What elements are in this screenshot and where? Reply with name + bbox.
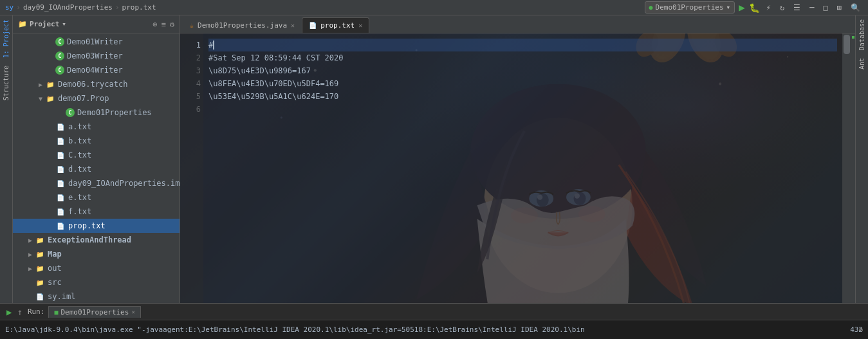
- title-bar-right: ● Demo01Properties ▾ ▶ 🐛 ⚡ ↻ ☰ ─ □ ⊞ 🔍: [645, 1, 863, 14]
- tree-item-c-txt[interactable]: 📄 C.txt: [13, 148, 180, 162]
- run-tab-close[interactable]: ✕: [131, 309, 134, 315]
- class-icon-demo01props: C: [66, 108, 75, 117]
- tree-item-prop-txt[interactable]: 📄 prop.txt: [13, 219, 180, 233]
- sidebar-item-database[interactable]: Database: [857, 15, 867, 54]
- tree-item-b-txt[interactable]: 📄 b.txt: [13, 134, 180, 148]
- folder-icon-demo06: 📁: [45, 79, 55, 89]
- window-minimize[interactable]: ─: [807, 2, 817, 14]
- file-icon-b-txt: 📄: [55, 136, 66, 146]
- tab-label-demo01props: Demo01Properties.java: [198, 21, 287, 30]
- left-vertical-tabs: 1: Project Structure: [0, 15, 13, 303]
- cursor: [213, 41, 214, 50]
- window-layout[interactable]: ⊞: [835, 2, 844, 14]
- tab-prop-txt[interactable]: 📄 prop.txt ✕: [302, 17, 369, 33]
- tree-item-demo03writer[interactable]: C Demo03Writer: [13, 49, 180, 63]
- sidebar-item-ant[interactable]: Ant: [857, 54, 867, 73]
- file-icon-sy-iml: 📄: [35, 291, 45, 302]
- console-output: E:\Java\jdk-9.0.4\bin\java.exe "-javaage…: [5, 325, 846, 334]
- tree-arrow-map: ▶: [26, 251, 35, 258]
- tree-item-sy-iml[interactable]: 📄 sy.iml: [13, 289, 180, 303]
- tab-close-demo01props[interactable]: ✕: [291, 22, 295, 29]
- code-text-3: \u8D75\u4E3D\u9896=167: [208, 64, 311, 77]
- class-icon-demo01writer: C: [55, 37, 64, 46]
- tree-item-day09iml[interactable]: 📄 day09_IOAndProperties.iml: [13, 176, 180, 190]
- folder-icon-src: 📁: [35, 277, 45, 288]
- tree-item-exception[interactable]: ▶ 📁 ExceptionAndThread: [13, 233, 180, 247]
- run-config-selector[interactable]: ● Demo01Properties ▾: [645, 1, 735, 14]
- tab-close-prop-txt[interactable]: ✕: [358, 22, 362, 29]
- breadcrumb-sy[interactable]: sy: [5, 3, 14, 12]
- more-actions-button[interactable]: ☰: [791, 2, 803, 14]
- gutter-checkmark: [852, 36, 854, 39]
- tree-item-d-txt[interactable]: 📄 d.txt: [13, 162, 180, 176]
- run-play-button[interactable]: ▶: [5, 307, 13, 317]
- tree-item-out[interactable]: ▶ 📁 out: [13, 261, 180, 275]
- sidebar-item-structure[interactable]: Structure: [1, 62, 11, 104]
- console-bar: E:\Java\jdk-9.0.4\bin\java.exe "-javaage…: [0, 320, 868, 339]
- breadcrumb-file[interactable]: prop.txt: [122, 3, 156, 12]
- project-icon: 📁: [18, 20, 27, 28]
- run-controls: ▶ ↑: [5, 307, 24, 317]
- sidebar-item-project[interactable]: 1: Project: [1, 15, 11, 62]
- tree-item-e-txt[interactable]: 📄 e.txt: [13, 190, 180, 205]
- tree-item-map[interactable]: ▶ 📁 Map: [13, 247, 180, 261]
- tree-item-src[interactable]: 📁 src: [13, 275, 180, 289]
- tab-icon-java: ☕: [190, 22, 194, 29]
- code-text-5: \u53E4\u529B\u5A1C\u624E=170: [208, 90, 338, 103]
- run-config-arrow: ▾: [726, 3, 731, 12]
- debug-button[interactable]: 🐛: [749, 3, 760, 13]
- file-icon-a-txt: 📄: [55, 122, 66, 132]
- sidebar-actions: ⊕ ≡ ⚙: [152, 20, 174, 29]
- console-settings-button[interactable]: ⚙: [858, 325, 863, 334]
- run-tab-demo01props[interactable]: ■ Demo01Properties ✕: [48, 306, 140, 318]
- tree-arrow-demo06: ▶: [36, 81, 45, 88]
- tree-item-f-txt[interactable]: 📄 f.txt: [13, 205, 180, 219]
- breadcrumb-day09[interactable]: day09_IOAndProperties: [23, 3, 113, 12]
- right-vertical-tabs: Database Ant: [855, 15, 868, 303]
- profiler-button[interactable]: ↻: [777, 2, 787, 14]
- code-editor[interactable]: # #Sat Sep 12 08:59:44 CST 2020 \u8D75\u…: [203, 33, 842, 303]
- folder-icon-out: 📁: [35, 263, 45, 273]
- line-numbers: 1 2 3 4 5 6: [180, 33, 203, 303]
- code-line-5: \u53E4\u529B\u5A1C\u624E=170: [208, 90, 837, 103]
- scrollbar-thumb[interactable]: [844, 35, 850, 54]
- window-restore[interactable]: □: [821, 2, 831, 14]
- run-up-button[interactable]: ↑: [15, 307, 23, 317]
- tree-item-demo04writer[interactable]: C Demo04Writer: [13, 63, 180, 77]
- file-icon-day09iml: 📄: [55, 178, 66, 188]
- chevron-down-icon: ▾: [62, 20, 66, 28]
- line-num-4: 4: [183, 77, 201, 90]
- sidebar-action-settings[interactable]: ⚙: [170, 20, 174, 29]
- right-gutter: [851, 33, 855, 303]
- line-num-5: 5: [183, 90, 201, 103]
- tree-item-a-txt[interactable]: 📄 a.txt: [13, 120, 180, 134]
- tree-arrow-demo07: ▼: [36, 95, 45, 102]
- coverage-button[interactable]: ⚡: [764, 2, 773, 14]
- tree-item-demo06[interactable]: ▶ 📁 Demo06.trycatch: [13, 77, 180, 91]
- file-icon-prop-txt: 📄: [55, 221, 66, 231]
- scrollbar-track[interactable]: [842, 33, 851, 303]
- file-icon-e-txt: 📄: [55, 192, 66, 203]
- code-text-1: #: [208, 39, 213, 51]
- search-everywhere[interactable]: 🔍: [848, 2, 863, 14]
- file-tree: C Demo01Writer C Demo03Writer C Demo04Wr…: [13, 33, 180, 303]
- editor-scrollbar[interactable]: [842, 33, 851, 303]
- title-bar: sy › day09_IOAndProperties › prop.txt ● …: [0, 0, 868, 15]
- line-num-6: 6: [183, 103, 201, 116]
- code-line-4: \u8FEA\u4E3D\u70ED\u5DF4=169: [208, 77, 837, 90]
- sidebar-action-localize[interactable]: ⊕: [152, 20, 157, 29]
- run-button[interactable]: ▶: [739, 1, 745, 14]
- tab-bar: ☕ Demo01Properties.java ✕ 📄 prop.txt ✕: [180, 15, 855, 33]
- tab-icon-txt: 📄: [309, 22, 317, 29]
- tab-demo01props[interactable]: ☕ Demo01Properties.java ✕: [183, 17, 302, 33]
- sidebar-action-collapse[interactable]: ≡: [162, 20, 166, 29]
- line-num-3: 3: [183, 64, 201, 77]
- tree-item-demo01props[interactable]: C Demo01Properties: [13, 105, 180, 120]
- sidebar-title: 📁 Project ▾: [18, 20, 66, 28]
- tree-item-demo07[interactable]: ▼ 📁 demo07.Prop: [13, 91, 180, 105]
- code-line-1: #: [208, 39, 837, 51]
- tree-item-demo01writer[interactable]: C Demo01Writer: [13, 35, 180, 49]
- title-bar-left: sy › day09_IOAndProperties › prop.txt: [5, 3, 156, 12]
- tree-arrow-out: ▶: [26, 265, 35, 272]
- file-icon-d-txt: 📄: [55, 164, 66, 174]
